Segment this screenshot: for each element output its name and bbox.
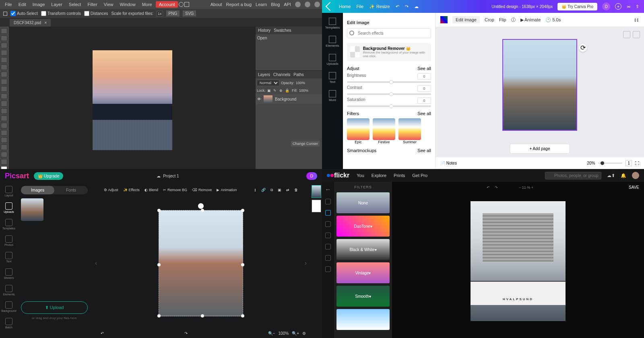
- copy-icon[interactable]: ⧉: [270, 188, 273, 192]
- scale-value[interactable]: 1x: [157, 11, 163, 16]
- opacity-value[interactable]: 100%: [296, 81, 305, 85]
- link-learn[interactable]: Learn: [256, 2, 267, 7]
- notifications-icon[interactable]: 🔔: [621, 173, 626, 178]
- crop-tool[interactable]: [1, 57, 7, 63]
- bg-remover-card[interactable]: Background Remover 👑 Remove the backgrou…: [347, 43, 431, 61]
- back-icon[interactable]: ←: [325, 186, 331, 193]
- avatar[interactable]: [632, 172, 639, 179]
- back-icon[interactable]: [326, 2, 335, 11]
- search-input[interactable]: [545, 172, 601, 179]
- picsart-logo[interactable]: Picsart: [5, 172, 29, 180]
- sidebar-item-elements[interactable]: Elements: [326, 36, 339, 47]
- upgrade-button[interactable]: 👑 Upgrade: [34, 172, 63, 180]
- edit-image-button[interactable]: Edit image: [452, 16, 480, 23]
- menu-more[interactable]: More: [139, 1, 155, 8]
- layer-icon[interactable]: ▣: [278, 188, 281, 192]
- sidebar-item-background[interactable]: Background: [1, 301, 16, 312]
- save-button[interactable]: SAVE: [629, 185, 639, 190]
- upload-button[interactable]: ⬆ Upload: [21, 301, 88, 314]
- filter-smooth[interactable]: Smooth ▾: [336, 286, 390, 307]
- shape-tool[interactable]: [1, 144, 7, 150]
- filter-bw[interactable]: Black & White ▾: [336, 239, 390, 260]
- distances-checkbox[interactable]: Distances: [84, 11, 108, 16]
- remove-button[interactable]: ⌫ Remove: [192, 188, 212, 192]
- foreground-color[interactable]: [1, 166, 7, 169]
- cloud-sync-icon[interactable]: ☁: [414, 4, 419, 9]
- notes-button[interactable]: 📄 Notes: [440, 161, 457, 165]
- tab-images[interactable]: Images: [21, 186, 54, 194]
- duration-button[interactable]: 🕐 5.0s: [545, 17, 561, 23]
- file-button[interactable]: File: [356, 4, 363, 9]
- delete-icon[interactable]: 🗑: [294, 188, 298, 192]
- fill-value[interactable]: 100%: [299, 89, 308, 93]
- filter-epic[interactable]: Epic: [347, 118, 369, 144]
- link-about[interactable]: About: [211, 2, 222, 7]
- nav-you[interactable]: You: [357, 173, 364, 178]
- sidebar-item-batch[interactable]: Batch: [5, 318, 12, 329]
- crop-tool[interactable]: [325, 199, 331, 204]
- tab-fonts[interactable]: Fonts: [54, 186, 88, 194]
- filter-summer[interactable]: Summer: [398, 118, 421, 144]
- sidebar-item-stickers[interactable]: Stickers: [4, 268, 14, 279]
- transform-controls-checkbox[interactable]: Transform controls: [41, 11, 81, 16]
- rotate-handle[interactable]: [198, 203, 204, 209]
- canvas-area[interactable]: ↶ ↷ − 11 % + SAVE HVALPSUND: [392, 182, 644, 338]
- sidebar-item-templates[interactable]: Templates: [325, 18, 340, 29]
- info-icon[interactable]: ⓘ: [511, 17, 516, 23]
- stamp-tool[interactable]: [1, 86, 7, 92]
- lasso-tool[interactable]: [1, 43, 7, 48]
- sidebar-item-elements[interactable]: Elements: [3, 285, 14, 296]
- download-button[interactable]: D: [306, 172, 317, 180]
- contrast-slider[interactable]: Contrast0: [347, 85, 431, 95]
- sidebar-item-uploads[interactable]: Uploads: [326, 54, 338, 66]
- canvas-area[interactable]: [9, 27, 256, 169]
- export-page-icon[interactable]: [633, 31, 640, 38]
- position-icon[interactable]: ⫿⫿: [634, 17, 639, 22]
- tab-swatches[interactable]: Swatches: [274, 28, 291, 33]
- menu-edit[interactable]: Edit: [16, 1, 29, 8]
- text-tool[interactable]: [325, 244, 331, 249]
- upload-icon[interactable]: ☁⬆: [607, 173, 615, 178]
- reddit-icon[interactable]: [295, 2, 301, 7]
- expand-icon[interactable]: ⛶: [635, 161, 639, 165]
- adjust-see-all[interactable]: See all: [417, 66, 431, 71]
- link-blog[interactable]: Blog: [271, 2, 280, 7]
- upload-thumb[interactable]: [21, 198, 43, 221]
- analytics-icon[interactable]: ⫘: [626, 4, 631, 9]
- animate-button[interactable]: ▶ Animate: [520, 17, 541, 23]
- gradient-tool[interactable]: [1, 101, 7, 106]
- dodge-tool[interactable]: [1, 115, 7, 121]
- filter-vintage[interactable]: Vintage ▾: [336, 262, 390, 283]
- menu-filter[interactable]: Filter: [85, 1, 100, 8]
- lock-icons[interactable]: ▣ ✎ ⊕ 🔒: [267, 89, 291, 93]
- nav-explore[interactable]: Explore: [372, 173, 386, 178]
- next-page-icon[interactable]: ›: [305, 260, 307, 267]
- canvas-area[interactable]: ‹ ›: [91, 197, 311, 329]
- change-conserve-button[interactable]: Change Conser: [291, 141, 320, 146]
- sidebar-item-templates[interactable]: Templates: [2, 219, 15, 230]
- adjust-tool[interactable]: [325, 233, 331, 238]
- document-title[interactable]: Untitled design - 1638px × 2048px: [491, 4, 553, 9]
- account-button[interactable]: Account: [156, 1, 178, 8]
- brush-tool[interactable]: [325, 255, 331, 261]
- layer-thumb-1[interactable]: [312, 185, 321, 198]
- visibility-icon[interactable]: 👁: [257, 97, 261, 101]
- project-name[interactable]: ☁ Project 1: [157, 174, 179, 178]
- canvas-image[interactable]: HVALPSUND: [471, 201, 566, 321]
- redo-icon[interactable]: ↷: [405, 4, 409, 9]
- sidebar-item-more[interactable]: More: [329, 90, 336, 102]
- menu-view[interactable]: View: [101, 1, 116, 8]
- flip-button[interactable]: Flip: [499, 17, 506, 22]
- zoom-out-icon[interactable]: 🔍−: [268, 331, 275, 336]
- canvas-area[interactable]: ⟳ + Add page 📄 Notes 20% 1 ⛶: [436, 27, 644, 169]
- tab-paths[interactable]: Paths: [293, 72, 304, 77]
- auto-select-checkbox[interactable]: Auto-Select: [10, 11, 38, 16]
- zoom-tool[interactable]: [1, 159, 7, 165]
- focus-tool[interactable]: [325, 221, 331, 227]
- add-page-button[interactable]: + Add page: [510, 144, 570, 154]
- home-button[interactable]: Home: [339, 4, 351, 9]
- blend-mode-select[interactable]: Normal: [257, 80, 279, 86]
- move-tool[interactable]: [1, 28, 7, 34]
- avatar[interactable]: D: [602, 2, 610, 10]
- try-pro-button[interactable]: 👑 Try Canva Pro: [557, 3, 597, 10]
